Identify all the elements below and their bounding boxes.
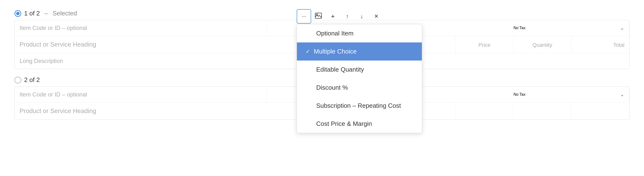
item-code-field-1[interactable]: Item Code or ID – optional (15, 20, 266, 36)
add-button[interactable]: + (326, 9, 340, 24)
row1-selector: 1 of 2 – Selected (14, 10, 77, 17)
total-field-1: Total (572, 36, 629, 53)
down-arrow-icon: ↓ (360, 13, 363, 20)
dropdown-label-editable-quantity: Editable Quantity (316, 66, 364, 73)
checkmark-icon: ✓ (306, 48, 310, 55)
price-label-1: Price (460, 42, 508, 48)
tax-select-2[interactable]: No Tax ⌄ (509, 87, 629, 102)
dropdown-item-optional-item[interactable]: Optional Item (297, 24, 422, 42)
quantity-label-1: Quantity (518, 42, 566, 48)
image-button[interactable] (311, 9, 326, 24)
price-field-1[interactable]: Price (456, 36, 514, 53)
row1-dash: – (43, 10, 50, 17)
row2-label: 2 of 2 (24, 76, 40, 84)
dropdown-menu: Optional Item ✓ Multiple Choice Editable… (297, 24, 422, 133)
delete-button[interactable]: ✕ (369, 9, 384, 24)
move-down-button[interactable]: ↓ (354, 9, 369, 24)
total-cell-2 (572, 102, 629, 120)
dropdown-label-cost-price-margin: Cost Price & Margin (316, 120, 372, 128)
dropdown-label-discount-percent: Discount % (316, 84, 348, 92)
chevron-down-icon-2: ⌄ (620, 92, 624, 98)
image-icon (315, 13, 322, 20)
tax-select-1[interactable]: No Tax ⌄ (509, 21, 629, 35)
total-label-1: Total (613, 42, 624, 48)
svg-rect-0 (315, 13, 322, 18)
row2-radio[interactable] (14, 77, 21, 84)
dropdown-item-discount-percent[interactable]: Discount % (297, 78, 422, 97)
dropdown-item-cost-price-margin[interactable]: Cost Price & Margin (297, 115, 422, 133)
dropdown-label-optional-item: Optional Item (316, 30, 354, 37)
chevron-down-icon-1: ⌄ (620, 25, 624, 31)
row1-radio[interactable] (14, 10, 21, 17)
tax-value-2: No Tax (514, 92, 526, 97)
dropdown-label-multiple-choice: Multiple Choice (314, 48, 357, 55)
toolbar: ··· + ↑ ↓ ✕ (297, 9, 384, 24)
dropdown-item-multiple-choice[interactable]: ✓ Multiple Choice (297, 42, 422, 60)
dropdown-item-editable-quantity[interactable]: Editable Quantity (297, 60, 422, 78)
item-code-field-2[interactable]: Item Code or ID – optional (15, 87, 266, 102)
page-container: 1 of 2 – Selected ··· + ↑ ↓ (0, 0, 644, 176)
more-button[interactable]: ··· (297, 9, 311, 24)
row1-label: 1 of 2 (24, 10, 40, 17)
quantity-field-1[interactable]: Quantity (514, 36, 572, 53)
move-up-button[interactable]: ↑ (340, 9, 354, 24)
dropdown-label-subscription-repeating: Subscription – Repeating Cost (316, 102, 401, 110)
quantity-cell-2[interactable] (514, 102, 572, 120)
row1-selected-text: Selected (52, 10, 77, 17)
up-arrow-icon: ↑ (346, 13, 349, 20)
more-icon: ··· (302, 13, 306, 20)
add-icon: + (331, 12, 335, 20)
close-icon: ✕ (374, 13, 378, 20)
price-cell-2[interactable] (456, 102, 514, 120)
dropdown-item-subscription-repeating[interactable]: Subscription – Repeating Cost (297, 97, 422, 115)
tax-value-1: No Tax (514, 26, 526, 30)
